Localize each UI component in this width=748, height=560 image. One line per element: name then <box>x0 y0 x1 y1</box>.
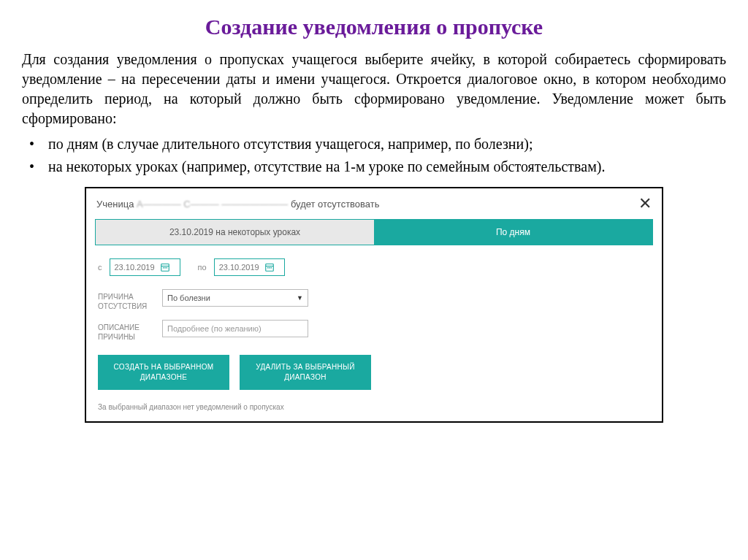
tab-some-lessons[interactable]: 23.10.2019 на некоторых уроках <box>96 220 374 245</box>
description-label: ОПИСАНИЕ ПРИЧИНЫ <box>98 320 155 342</box>
date-to-input[interactable]: 23.10.2019 <box>214 258 285 276</box>
svg-rect-7 <box>267 267 269 269</box>
intro-paragraph: Для создания уведомления о пропусках уча… <box>22 50 726 129</box>
date-from-label: с <box>98 263 102 272</box>
delete-button[interactable]: УДАЛИТЬ ЗА ВЫБРАННЫЙ ДИАПАЗОН <box>240 355 371 390</box>
tab-by-days[interactable]: По дням <box>374 220 652 245</box>
reason-label: ПРИЧИНА ОТСУТСТВИЯ <box>98 289 155 311</box>
calendar-icon[interactable] <box>161 263 169 272</box>
bullet-item: по дням (в случае длительного отсутствия… <box>22 134 726 154</box>
date-from-value: 23.10.2019 <box>115 263 155 272</box>
svg-rect-8 <box>269 267 270 269</box>
footer-note: За выбранный диапазон нет уведомлений о … <box>86 403 662 421</box>
dialog-title: Ученица А———— С——— ——————— будет отсутст… <box>96 199 380 210</box>
svg-rect-9 <box>270 267 272 269</box>
description-row: ОПИСАНИЕ ПРИЧИНЫ Подробнее (по желанию) <box>98 320 650 342</box>
svg-rect-3 <box>164 267 166 269</box>
dialog-title-name: А———— С——— ——————— <box>137 199 288 210</box>
dialog-title-prefix: Ученица <box>96 199 137 210</box>
date-range-row: с 23.10.2019 по 23.10.2019 <box>98 258 650 276</box>
description-placeholder: Подробнее (по желанию) <box>167 324 262 333</box>
close-icon[interactable]: ✕ <box>638 196 652 212</box>
form-body: с 23.10.2019 по 23.10.2019 ПРИЧИНА ОТСУТ… <box>86 245 662 403</box>
bullet-item: на некоторых уроках (например, отсутстви… <box>22 157 726 177</box>
dialog-title-suffix: будет отсутствовать <box>288 199 379 210</box>
dialog-header: Ученица А———— С——— ——————— будет отсутст… <box>86 188 662 219</box>
chevron-down-icon: ▼ <box>297 294 303 302</box>
date-from-input[interactable]: 23.10.2019 <box>110 258 180 276</box>
date-to-value: 23.10.2019 <box>219 263 259 272</box>
calendar-icon[interactable] <box>265 263 274 272</box>
description-input[interactable]: Подробнее (по желанию) <box>162 320 308 337</box>
date-to-label: по <box>198 263 207 272</box>
svg-rect-4 <box>166 267 167 269</box>
dialog-screenshot: Ученица А———— С——— ——————— будет отсутст… <box>85 187 663 423</box>
bullet-list: по дням (в случае длительного отсутствия… <box>22 134 726 177</box>
svg-rect-2 <box>163 267 164 269</box>
reason-row: ПРИЧИНА ОТСУТСТВИЯ По болезни ▼ <box>98 289 650 311</box>
create-button[interactable]: СОЗДАТЬ НА ВЫБРАННОМ ДИАПАЗОНЕ <box>98 355 229 390</box>
reason-select[interactable]: По болезни ▼ <box>162 289 308 307</box>
button-row: СОЗДАТЬ НА ВЫБРАННОМ ДИАПАЗОНЕ УДАЛИТЬ З… <box>98 355 650 390</box>
page-title: Создание уведомления о пропуске <box>22 15 726 39</box>
reason-value: По болезни <box>167 294 210 302</box>
tabs: 23.10.2019 на некоторых уроках По дням <box>95 219 653 245</box>
